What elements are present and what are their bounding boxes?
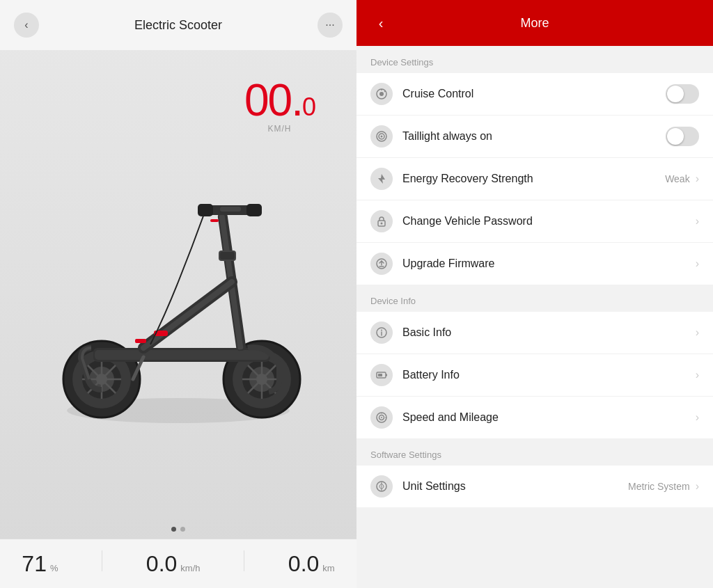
taillight-right (666, 127, 699, 146)
battery-stat: 71 % (22, 551, 58, 577)
back-button[interactable]: ‹ (14, 13, 39, 38)
basic-info-right: › (696, 326, 699, 339)
battery-info-right: › (696, 369, 699, 381)
battery-value: 71 (22, 551, 47, 577)
svg-rect-32 (220, 252, 235, 260)
distance-stat: 0.0 km (288, 551, 335, 577)
cruise-control-toggle[interactable] (666, 84, 699, 104)
right-back-button[interactable]: ‹ (370, 13, 391, 33)
svg-marker-40 (378, 174, 385, 184)
right-title: More (391, 16, 678, 31)
battery-info-chevron: › (696, 369, 699, 381)
cruise-control-label: Cruise Control (402, 88, 666, 100)
svg-rect-50 (386, 374, 387, 376)
svg-point-56 (381, 417, 382, 418)
cruise-control-right (666, 84, 699, 104)
speed-unit: KM/H (244, 124, 315, 134)
unit-settings-icon (370, 475, 393, 498)
software-settings-group: Unit Settings Metric System › (356, 466, 713, 507)
dot-indicators (0, 527, 356, 539)
speed-value: 00.0 (244, 78, 315, 122)
change-password-item[interactable]: Change Vehicle Password › (356, 200, 713, 243)
speed-display: 00.0 KM/H (244, 78, 315, 134)
svg-point-34 (379, 92, 384, 96)
svg-point-39 (381, 136, 383, 138)
back-icon: ‹ (24, 19, 28, 31)
scooter-image (32, 143, 324, 435)
upgrade-firmware-right: › (696, 257, 699, 270)
svg-rect-24 (198, 204, 213, 216)
taillight-label: Taillight always on (402, 130, 666, 143)
taillight-toggle[interactable] (666, 127, 699, 146)
unit-settings-item[interactable]: Unit Settings Metric System › (356, 466, 713, 507)
left-header: ‹ Electric Scooter ··· (0, 0, 356, 50)
right-back-icon: ‹ (379, 15, 384, 31)
change-password-right: › (696, 215, 699, 228)
unit-settings-label: Unit Settings (402, 480, 628, 493)
more-icon: ··· (325, 19, 334, 31)
battery-info-icon (370, 364, 393, 386)
cruise-control-icon (370, 83, 393, 105)
change-password-chevron: › (696, 215, 699, 228)
left-panel: ‹ Electric Scooter ··· 00.0 KM/H (0, 0, 356, 588)
divider-2 (244, 550, 244, 571)
distance-unit: km (322, 563, 334, 573)
svg-point-48 (381, 330, 382, 331)
right-panel: ‹ More Device Settings Cruise Control (356, 0, 713, 588)
svg-rect-27 (210, 219, 219, 222)
unit-settings-right: Metric System › (628, 480, 699, 493)
left-footer: 71 % 0.0 km/h 0.0 km (0, 539, 356, 588)
device-settings-label: Device Settings (356, 46, 713, 73)
speed-stat: 0.0 km/h (146, 551, 201, 577)
upgrade-firmware-label: Upgrade Firmware (402, 257, 696, 270)
distance-value: 0.0 (288, 551, 319, 577)
change-password-label: Change Vehicle Password (402, 215, 696, 228)
software-settings-label: Software Settings (356, 438, 713, 466)
device-settings-group: Cruise Control Taillight always on (356, 73, 713, 285)
speed-mileage-label: Speed and Mileage (402, 411, 696, 424)
svg-rect-26 (220, 207, 241, 212)
device-info-label: Device Info (356, 285, 713, 312)
upgrade-firmware-item[interactable]: Upgrade Firmware › (356, 243, 713, 285)
basic-info-icon (370, 321, 393, 344)
battery-info-item[interactable]: Battery Info › (356, 354, 713, 397)
basic-info-label: Basic Info (402, 326, 696, 339)
energy-recovery-value: Weak (665, 173, 690, 184)
divider-1 (102, 550, 102, 571)
unit-settings-value: Metric System (628, 481, 690, 492)
svg-line-36 (384, 91, 386, 93)
basic-info-item[interactable]: Basic Info › (356, 312, 713, 354)
dot-1 (171, 527, 176, 532)
upgrade-firmware-chevron: › (696, 257, 699, 270)
taillight-item[interactable]: Taillight always on (356, 116, 713, 158)
right-header: ‹ More (356, 0, 713, 46)
battery-info-label: Battery Info (402, 369, 696, 381)
svg-rect-51 (378, 374, 382, 376)
speed-mileage-right: › (696, 411, 699, 424)
speed-mileage-item[interactable]: Speed and Mileage › (356, 397, 713, 438)
speed-footer-unit: km/h (180, 563, 200, 573)
battery-unit: % (50, 563, 58, 573)
change-password-icon (370, 210, 393, 232)
speed-mileage-chevron: › (696, 411, 699, 424)
svg-rect-29 (135, 339, 146, 343)
basic-info-chevron: › (696, 326, 699, 339)
dot-2 (180, 527, 185, 532)
svg-rect-25 (246, 204, 262, 216)
energy-recovery-icon (370, 168, 393, 190)
energy-recovery-label: Energy Recovery Strength (402, 173, 665, 185)
unit-settings-chevron: › (696, 480, 699, 493)
more-button[interactable]: ··· (318, 13, 343, 38)
scooter-area: 00.0 KM/H (0, 50, 356, 527)
energy-recovery-right: Weak › (665, 173, 699, 185)
energy-recovery-chevron: › (696, 173, 699, 185)
cruise-control-item[interactable]: Cruise Control (356, 73, 713, 116)
page-title: Electric Scooter (134, 18, 222, 33)
speed-mileage-icon (370, 406, 393, 429)
svg-point-42 (381, 223, 383, 225)
upgrade-firmware-icon (370, 253, 393, 275)
speed-footer-value: 0.0 (146, 551, 177, 577)
bottom-spacer (356, 507, 713, 521)
svg-rect-20 (95, 350, 269, 360)
energy-recovery-item[interactable]: Energy Recovery Strength Weak › (356, 158, 713, 200)
